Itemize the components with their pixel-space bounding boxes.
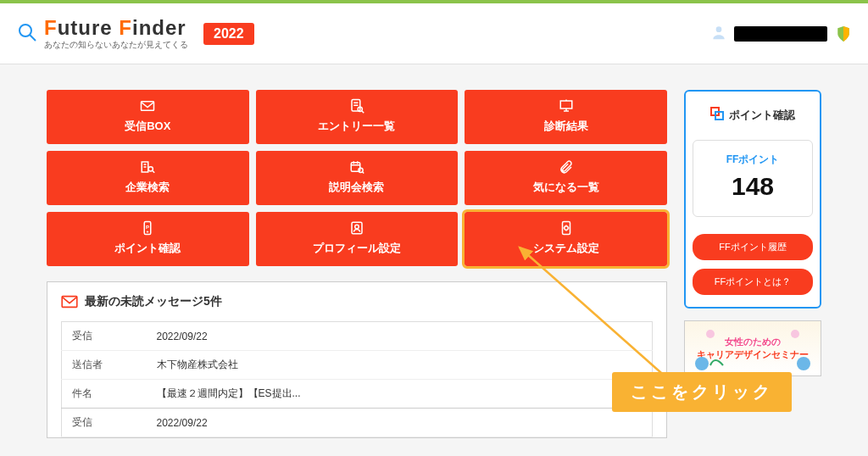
svg-line-17 xyxy=(153,171,154,173)
messages-table: 受信2022/09/22 送信者木下物産株式会社 件名【最速２週間内定】【ES提… xyxy=(61,321,653,437)
svg-line-23 xyxy=(363,172,364,174)
table-row[interactable]: 件名【最速２週間内定】【ES提出... xyxy=(62,380,653,409)
tile-label: 説明会検索 xyxy=(329,180,384,195)
mobile-gear-icon xyxy=(555,220,577,236)
logo-tagline: あなたの知らないあなたが見えてくる xyxy=(44,41,188,49)
svg-point-16 xyxy=(148,167,153,171)
document-search-icon xyxy=(346,98,368,114)
tile-diagnosis[interactable]: 診断結果 xyxy=(465,90,667,144)
tile-label: 気になる一覧 xyxy=(533,180,599,195)
tile-label: ポイント確認 xyxy=(114,241,181,256)
logo-text: Future Finder あなたの知らないあなたが見えてくる xyxy=(44,18,188,49)
tile-label: 診断結果 xyxy=(544,119,588,134)
paperclip-icon xyxy=(555,159,577,175)
svg-point-25 xyxy=(147,231,149,233)
table-row[interactable]: 受信2022/09/22 xyxy=(62,322,653,351)
user-name-redacted xyxy=(734,26,827,42)
svg-point-28 xyxy=(355,225,359,229)
svg-point-40 xyxy=(695,357,709,370)
mail-icon xyxy=(61,295,78,309)
nav-tile-grid: 受信BOX エントリー一覧 診断結果 企業検索 説明会検索 気になる一覧 xyxy=(47,90,667,266)
points-title: ポイント確認 xyxy=(729,108,795,123)
svg-rect-3 xyxy=(142,102,154,111)
points-panel: ポイント確認 FFポイント 148 FFポイント履歴 FFポイントとは？ xyxy=(684,90,821,309)
points-history-button[interactable]: FFポイント履歴 xyxy=(693,234,813,260)
tile-inbox[interactable]: 受信BOX xyxy=(47,90,249,144)
svg-point-39 xyxy=(791,330,799,338)
user-icon xyxy=(710,24,727,43)
user-menu[interactable] xyxy=(710,24,827,43)
tile-label: プロフィール設定 xyxy=(313,241,401,256)
svg-text:P: P xyxy=(146,225,149,230)
svg-point-38 xyxy=(706,330,715,338)
tile-label: エントリー一覧 xyxy=(318,119,395,134)
tile-favorites[interactable]: 気になる一覧 xyxy=(465,151,667,205)
messages-header: 最新の未読メッセージ5件 xyxy=(61,294,653,321)
presentation-icon xyxy=(555,98,577,114)
points-value: 148 xyxy=(693,172,812,201)
mail-icon xyxy=(136,98,159,114)
points-card: FFポイント 148 xyxy=(693,140,813,217)
points-square-icon xyxy=(710,107,724,123)
tile-entry-list[interactable]: エントリー一覧 xyxy=(256,90,459,144)
seminar-banner[interactable]: 女性のための キャリアデザインセミナー xyxy=(684,320,821,376)
unread-messages-panel: 最新の未読メッセージ5件 受信2022/09/22 送信者木下物産株式会社 件名… xyxy=(47,281,667,438)
svg-rect-9 xyxy=(560,101,572,108)
svg-line-1 xyxy=(30,35,36,41)
shield-icon[interactable] xyxy=(836,25,851,43)
table-row[interactable]: 受信2022/09/22 xyxy=(62,409,653,437)
tile-label: 受信BOX xyxy=(125,119,170,134)
svg-point-41 xyxy=(797,357,810,370)
tile-label: 企業検索 xyxy=(125,180,170,195)
svg-line-8 xyxy=(362,111,364,113)
building-search-icon xyxy=(136,159,159,175)
logo-area[interactable]: Future Finder あなたの知らないあなたが見えてくる 2022 xyxy=(17,18,254,49)
messages-title: 最新の未読メッセージ5件 xyxy=(85,294,222,309)
tile-points[interactable]: P ポイント確認 xyxy=(47,212,249,266)
calendar-search-icon xyxy=(346,159,368,175)
annotation-callout: ここをクリック xyxy=(612,372,792,412)
tile-label: システム設定 xyxy=(533,241,599,256)
mobile-point-icon: P xyxy=(136,220,159,236)
points-about-button[interactable]: FFポイントとは？ xyxy=(693,269,813,295)
svg-point-0 xyxy=(19,25,31,36)
logo-icon xyxy=(17,22,37,45)
profile-icon xyxy=(346,220,368,236)
year-badge: 2022 xyxy=(203,23,254,45)
header-bar: Future Finder あなたの知らないあなたが見えてくる 2022 xyxy=(0,3,868,64)
table-row[interactable]: 送信者木下物産株式会社 xyxy=(62,351,653,380)
tile-company-search[interactable]: 企業検索 xyxy=(47,151,249,205)
svg-rect-35 xyxy=(62,297,77,308)
tile-system-settings[interactable]: システム設定 xyxy=(465,212,667,266)
tile-profile-settings[interactable]: プロフィール設定 xyxy=(256,212,459,266)
points-label: FFポイント xyxy=(693,153,812,167)
svg-point-2 xyxy=(716,26,722,32)
svg-point-30 xyxy=(564,226,568,231)
tile-seminar-search[interactable]: 説明会検索 xyxy=(256,151,459,205)
